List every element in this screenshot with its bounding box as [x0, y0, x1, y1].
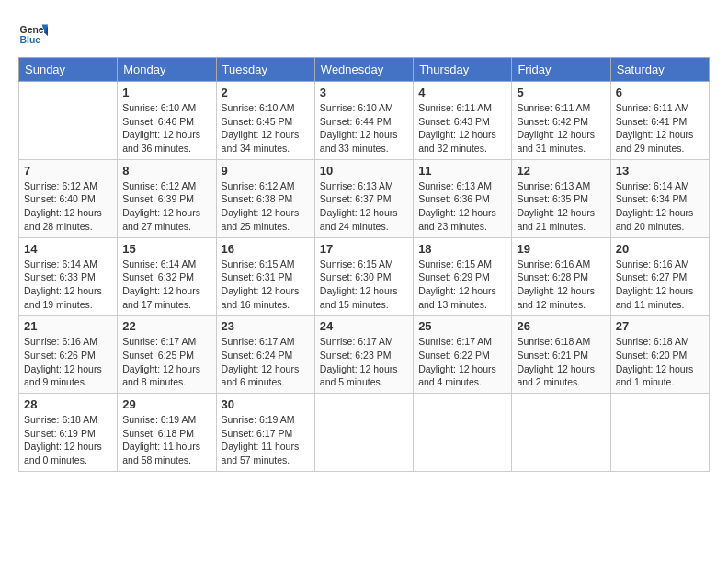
calendar-cell: 25Sunrise: 6:17 AM Sunset: 6:22 PM Dayli… [414, 316, 512, 394]
calendar-cell: 5Sunrise: 6:11 AM Sunset: 6:42 PM Daylig… [512, 82, 610, 160]
calendar-cell: 30Sunrise: 6:19 AM Sunset: 6:17 PM Dayli… [216, 394, 314, 472]
day-info: Sunrise: 6:10 AM Sunset: 6:44 PM Dayligh… [320, 101, 408, 155]
day-info: Sunrise: 6:11 AM Sunset: 6:41 PM Dayligh… [616, 101, 704, 155]
page-header: General Blue [18, 18, 710, 48]
day-info: Sunrise: 6:14 AM Sunset: 6:33 PM Dayligh… [24, 258, 112, 312]
calendar-cell [314, 394, 413, 472]
day-number: 7 [24, 164, 112, 178]
calendar-cell: 7Sunrise: 6:12 AM Sunset: 6:40 PM Daylig… [19, 159, 118, 237]
svg-text:Blue: Blue [20, 35, 41, 45]
weekday-header-sunday: Sunday [19, 58, 118, 82]
day-number: 11 [418, 164, 506, 178]
day-info: Sunrise: 6:15 AM Sunset: 6:29 PM Dayligh… [418, 258, 506, 312]
calendar-cell: 4Sunrise: 6:11 AM Sunset: 6:43 PM Daylig… [414, 82, 512, 160]
calendar-cell: 21Sunrise: 6:16 AM Sunset: 6:26 PM Dayli… [19, 316, 118, 394]
day-info: Sunrise: 6:16 AM Sunset: 6:28 PM Dayligh… [517, 258, 605, 312]
day-number: 27 [616, 319, 704, 333]
day-info: Sunrise: 6:13 AM Sunset: 6:37 PM Dayligh… [320, 179, 408, 234]
day-number: 14 [24, 242, 112, 256]
day-info: Sunrise: 6:18 AM Sunset: 6:21 PM Dayligh… [517, 335, 605, 389]
weekday-header-wednesday: Wednesday [314, 58, 413, 82]
calendar-week-row: 7Sunrise: 6:12 AM Sunset: 6:40 PM Daylig… [19, 159, 710, 237]
day-number: 4 [418, 86, 506, 99]
day-info: Sunrise: 6:16 AM Sunset: 6:27 PM Dayligh… [616, 258, 704, 312]
day-info: Sunrise: 6:17 AM Sunset: 6:25 PM Dayligh… [122, 335, 210, 389]
weekday-header-row: SundayMondayTuesdayWednesdayThursdayFrid… [19, 58, 710, 82]
day-number: 1 [122, 86, 210, 99]
day-info: Sunrise: 6:15 AM Sunset: 6:30 PM Dayligh… [320, 258, 408, 312]
calendar-cell: 6Sunrise: 6:11 AM Sunset: 6:41 PM Daylig… [610, 82, 709, 160]
day-info: Sunrise: 6:17 AM Sunset: 6:23 PM Dayligh… [320, 335, 408, 389]
day-number: 19 [517, 242, 605, 256]
day-info: Sunrise: 6:12 AM Sunset: 6:39 PM Dayligh… [122, 179, 210, 234]
day-info: Sunrise: 6:14 AM Sunset: 6:34 PM Dayligh… [616, 179, 704, 234]
day-number: 30 [222, 397, 310, 411]
day-number: 2 [222, 86, 310, 99]
day-info: Sunrise: 6:13 AM Sunset: 6:35 PM Dayligh… [517, 179, 605, 234]
calendar-week-row: 21Sunrise: 6:16 AM Sunset: 6:26 PM Dayli… [19, 316, 710, 394]
calendar-cell: 8Sunrise: 6:12 AM Sunset: 6:39 PM Daylig… [118, 159, 216, 237]
weekday-header-friday: Friday [512, 58, 610, 82]
day-info: Sunrise: 6:12 AM Sunset: 6:40 PM Dayligh… [24, 179, 112, 234]
day-info: Sunrise: 6:10 AM Sunset: 6:45 PM Dayligh… [222, 101, 310, 155]
day-number: 10 [320, 164, 408, 178]
day-number: 21 [24, 319, 112, 333]
day-info: Sunrise: 6:17 AM Sunset: 6:22 PM Dayligh… [418, 335, 506, 389]
calendar-cell [610, 394, 709, 472]
day-number: 15 [122, 242, 210, 256]
day-number: 3 [320, 86, 408, 99]
day-number: 22 [122, 319, 210, 333]
day-number: 12 [517, 164, 605, 178]
calendar-cell: 19Sunrise: 6:16 AM Sunset: 6:28 PM Dayli… [512, 237, 610, 316]
calendar-cell: 24Sunrise: 6:17 AM Sunset: 6:23 PM Dayli… [314, 316, 413, 394]
day-number: 5 [517, 86, 605, 99]
calendar-week-row: 28Sunrise: 6:18 AM Sunset: 6:19 PM Dayli… [19, 394, 710, 472]
calendar-cell [512, 394, 610, 472]
day-number: 9 [222, 164, 310, 178]
day-number: 28 [24, 397, 112, 411]
calendar-cell: 14Sunrise: 6:14 AM Sunset: 6:33 PM Dayli… [19, 237, 118, 316]
day-number: 26 [517, 319, 605, 333]
calendar-cell: 11Sunrise: 6:13 AM Sunset: 6:36 PM Dayli… [414, 159, 512, 237]
calendar-cell: 22Sunrise: 6:17 AM Sunset: 6:25 PM Dayli… [118, 316, 216, 394]
calendar-cell [19, 82, 118, 160]
calendar-cell: 2Sunrise: 6:10 AM Sunset: 6:45 PM Daylig… [216, 82, 314, 160]
day-number: 16 [222, 242, 310, 256]
day-number: 13 [616, 164, 704, 178]
calendar-cell: 18Sunrise: 6:15 AM Sunset: 6:29 PM Dayli… [414, 237, 512, 316]
calendar-cell: 9Sunrise: 6:12 AM Sunset: 6:38 PM Daylig… [216, 159, 314, 237]
calendar-cell: 23Sunrise: 6:17 AM Sunset: 6:24 PM Dayli… [216, 316, 314, 394]
day-info: Sunrise: 6:16 AM Sunset: 6:26 PM Dayligh… [24, 335, 112, 389]
day-number: 8 [122, 164, 210, 178]
calendar-cell: 16Sunrise: 6:15 AM Sunset: 6:31 PM Dayli… [216, 237, 314, 316]
calendar-cell: 10Sunrise: 6:13 AM Sunset: 6:37 PM Dayli… [314, 159, 413, 237]
day-info: Sunrise: 6:13 AM Sunset: 6:36 PM Dayligh… [418, 179, 506, 234]
calendar-cell: 29Sunrise: 6:19 AM Sunset: 6:18 PM Dayli… [118, 394, 216, 472]
day-info: Sunrise: 6:19 AM Sunset: 6:17 PM Dayligh… [222, 413, 310, 467]
calendar-cell: 1Sunrise: 6:10 AM Sunset: 6:46 PM Daylig… [118, 82, 216, 160]
day-number: 25 [418, 319, 506, 333]
day-info: Sunrise: 6:14 AM Sunset: 6:32 PM Dayligh… [122, 258, 210, 312]
weekday-header-tuesday: Tuesday [216, 58, 314, 82]
calendar-cell: 3Sunrise: 6:10 AM Sunset: 6:44 PM Daylig… [314, 82, 413, 160]
day-number: 17 [320, 242, 408, 256]
calendar-week-row: 1Sunrise: 6:10 AM Sunset: 6:46 PM Daylig… [19, 82, 710, 160]
day-info: Sunrise: 6:11 AM Sunset: 6:42 PM Dayligh… [517, 101, 605, 155]
logo-icon: General Blue [18, 18, 48, 48]
calendar-cell: 17Sunrise: 6:15 AM Sunset: 6:30 PM Dayli… [314, 237, 413, 316]
calendar-cell: 28Sunrise: 6:18 AM Sunset: 6:19 PM Dayli… [19, 394, 118, 472]
day-number: 6 [616, 86, 704, 99]
day-info: Sunrise: 6:18 AM Sunset: 6:19 PM Dayligh… [24, 413, 112, 467]
day-number: 20 [616, 242, 704, 256]
weekday-header-saturday: Saturday [610, 58, 709, 82]
calendar-cell: 26Sunrise: 6:18 AM Sunset: 6:21 PM Dayli… [512, 316, 610, 394]
calendar-week-row: 14Sunrise: 6:14 AM Sunset: 6:33 PM Dayli… [19, 237, 710, 316]
day-number: 18 [418, 242, 506, 256]
day-info: Sunrise: 6:15 AM Sunset: 6:31 PM Dayligh… [222, 258, 310, 312]
weekday-header-thursday: Thursday [414, 58, 512, 82]
day-number: 24 [320, 319, 408, 333]
calendar-cell: 15Sunrise: 6:14 AM Sunset: 6:32 PM Dayli… [118, 237, 216, 316]
day-info: Sunrise: 6:12 AM Sunset: 6:38 PM Dayligh… [222, 179, 310, 234]
calendar-cell [414, 394, 512, 472]
day-info: Sunrise: 6:10 AM Sunset: 6:46 PM Dayligh… [122, 101, 210, 155]
